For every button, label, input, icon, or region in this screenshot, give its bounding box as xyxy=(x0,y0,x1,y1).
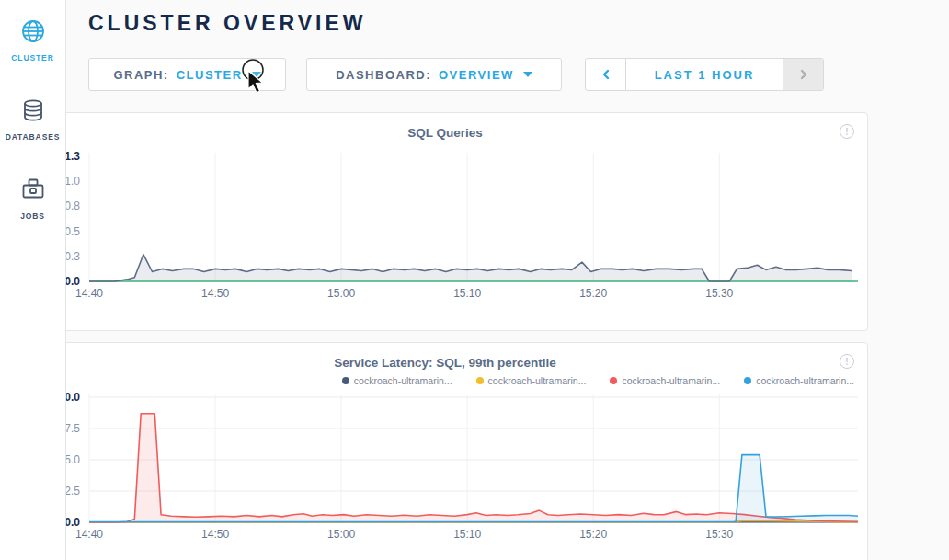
chevron-down-icon xyxy=(523,72,532,77)
time-range-prev-button[interactable] xyxy=(586,59,626,90)
svg-text:15:10: 15:10 xyxy=(453,528,481,541)
svg-text:0.0: 0.0 xyxy=(64,275,80,288)
chevron-right-icon xyxy=(797,68,810,81)
svg-text:14:40: 14:40 xyxy=(75,528,103,541)
svg-text:15:30: 15:30 xyxy=(705,528,733,541)
sidebar-item-jobs[interactable]: JOBS xyxy=(0,171,65,237)
svg-text:15:30: 15:30 xyxy=(705,287,733,300)
chart-title: SQL Queries xyxy=(23,113,867,140)
legend-dot xyxy=(744,377,751,384)
time-range-selector: LAST 1 HOUR xyxy=(585,58,824,91)
jobs-icon xyxy=(20,177,46,206)
time-range-label[interactable]: LAST 1 HOUR xyxy=(626,59,783,90)
databases-icon xyxy=(20,97,46,127)
sidebar-item-databases[interactable]: DATABASES xyxy=(0,92,65,158)
svg-text:15:20: 15:20 xyxy=(579,287,607,300)
legend-dot xyxy=(342,377,349,384)
sidebar: CLUSTER DATABASES JOBS xyxy=(0,0,66,560)
info-icon[interactable]: ! xyxy=(840,124,854,139)
svg-text:0.8: 0.8 xyxy=(64,200,80,212)
chart-legend: cockroach-ultramarin... cockroach-ultram… xyxy=(23,370,867,386)
service-latency-chart: 0.02.55.07.510.014:4014:5015:0015:1015:2… xyxy=(23,388,867,555)
service-latency-card: Service Latency: SQL, 99th percentile ! … xyxy=(22,342,868,560)
graph-dropdown-label: GRAPH: xyxy=(113,68,168,82)
graph-dropdown-value: CLUSTER xyxy=(177,68,243,82)
svg-text:0.5: 0.5 xyxy=(64,225,80,238)
sidebar-item-label: JOBS xyxy=(20,211,45,221)
sql-queries-chart: 0.00.30.50.81.01.314:4014:5015:0015:1015… xyxy=(23,147,867,314)
svg-text:14:50: 14:50 xyxy=(201,287,229,300)
svg-text:0.3: 0.3 xyxy=(64,250,80,263)
svg-text:5.0: 5.0 xyxy=(64,453,80,466)
svg-text:15:00: 15:00 xyxy=(327,528,355,541)
info-icon[interactable]: ! xyxy=(840,354,854,369)
sidebar-item-label: DATABASES xyxy=(6,132,61,142)
legend-dot xyxy=(476,377,484,384)
legend-dot xyxy=(610,377,617,384)
legend-item[interactable]: cockroach-ultramarin... xyxy=(610,375,720,386)
sql-queries-card: SQL Queries ! 0.00.30.50.81.01.314:4014:… xyxy=(22,112,868,331)
svg-text:1.3: 1.3 xyxy=(64,150,80,163)
chart-title: Service Latency: SQL, 99th percentile xyxy=(23,343,867,370)
controls-row: GRAPH: CLUSTER DASHBOARD: OVERVIEW LAST … xyxy=(88,58,949,91)
chevron-down-icon xyxy=(252,72,261,77)
dashboard-dropdown-value: OVERVIEW xyxy=(439,68,514,82)
svg-text:15:10: 15:10 xyxy=(453,287,481,300)
globe-icon xyxy=(20,18,46,48)
graph-dropdown[interactable]: GRAPH: CLUSTER xyxy=(88,58,286,91)
svg-text:14:50: 14:50 xyxy=(201,528,229,541)
page-title: CLUSTER OVERVIEW xyxy=(88,11,949,36)
svg-text:15:00: 15:00 xyxy=(327,287,355,300)
legend-item[interactable]: cockroach-ultramarin... xyxy=(744,375,854,386)
time-range-next-button[interactable] xyxy=(783,59,823,90)
svg-text:2.5: 2.5 xyxy=(64,485,80,497)
svg-text:1.0: 1.0 xyxy=(64,175,80,188)
sidebar-item-label: CLUSTER xyxy=(11,53,53,63)
svg-text:7.5: 7.5 xyxy=(64,422,80,435)
dashboard-dropdown[interactable]: DASHBOARD: OVERVIEW xyxy=(306,58,562,91)
svg-text:15:20: 15:20 xyxy=(579,528,607,541)
svg-text:14:40: 14:40 xyxy=(75,287,103,300)
dashboard-dropdown-label: DASHBOARD: xyxy=(336,68,431,82)
svg-text:0.0: 0.0 xyxy=(64,516,80,529)
legend-item[interactable]: cockroach-ultramarin... xyxy=(476,375,587,386)
chevron-left-icon xyxy=(600,68,612,81)
legend-item[interactable]: cockroach-ultramarin... xyxy=(342,375,452,386)
sidebar-item-cluster[interactable]: CLUSTER xyxy=(0,13,65,79)
